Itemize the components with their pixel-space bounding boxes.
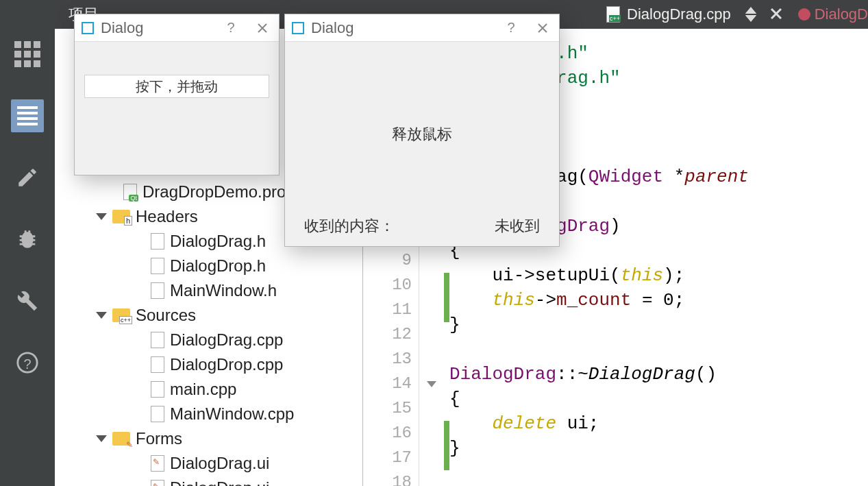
dialog-titlebar[interactable]: Dialog ?	[75, 14, 279, 42]
chevron-up-icon	[745, 7, 757, 14]
tree-item-label: main.cpp	[170, 380, 236, 399]
ui-file-icon	[151, 480, 164, 486]
open-file-name: DialogDrag.cpp	[627, 5, 731, 23]
rail-edit[interactable]	[11, 99, 44, 132]
close-icon	[537, 23, 548, 34]
close-icon	[257, 23, 268, 34]
cpp-file-icon	[151, 356, 164, 373]
expand-icon	[96, 213, 107, 220]
received-label: 收到的内容：	[304, 216, 395, 236]
close-button[interactable]	[530, 16, 555, 40]
apps-icon	[14, 41, 40, 67]
help-button[interactable]: ?	[219, 16, 243, 40]
tree-item-label: Sources	[136, 306, 196, 325]
rail-welcome[interactable]	[11, 38, 44, 71]
tree-item-label: MainWindow.h	[170, 281, 277, 300]
expand-icon	[96, 312, 107, 319]
tree-file[interactable]: DialogDrop.h	[55, 254, 363, 278]
dialog-drag[interactable]: Dialog ?	[74, 14, 280, 175]
dialog-drop[interactable]: Dialog ? 释放鼠标 收到的内容： 未收到	[284, 14, 560, 247]
cpp-file-icon	[151, 381, 164, 398]
h-file-icon	[151, 258, 164, 274]
rail-help[interactable]: ?	[11, 346, 44, 379]
cpp-file-icon	[151, 332, 164, 348]
dialog-title: Dialog	[311, 19, 492, 37]
tree-item-label: MainWindow.cpp	[170, 404, 294, 424]
open-file-tab[interactable]: DialogDrag.cpp	[599, 3, 738, 26]
drag-source-field[interactable]	[84, 75, 269, 98]
tree-item-label: DialogDrag.ui	[170, 454, 269, 473]
close-file-button[interactable]	[764, 4, 789, 25]
tab-nav-buttons[interactable]	[745, 7, 757, 22]
tree-item-label: DialogDrop.h	[170, 256, 266, 276]
h-file-icon	[151, 233, 164, 250]
tree-item-label: Forms	[136, 429, 182, 448]
tree-file[interactable]: DialogDrag.cpp	[55, 328, 363, 352]
wrench-icon	[16, 289, 39, 313]
drop-hint-label: 释放鼠标	[285, 124, 559, 145]
qt-app-icon	[82, 22, 94, 34]
dialog-titlebar[interactable]: Dialog ?	[285, 14, 559, 42]
tree-folder-sources[interactable]: Sources	[55, 303, 363, 328]
qt-app-icon	[292, 22, 304, 34]
tree-item-label: Headers	[136, 207, 198, 226]
tree-item-label: DialogDrag.h	[170, 232, 266, 251]
h-file-icon	[151, 282, 164, 299]
tree-item-label: DialogDrop.cpp	[170, 355, 283, 374]
bug-icon	[16, 228, 39, 251]
tree-file[interactable]: DialogDrag.ui	[55, 451, 363, 476]
pencil-icon	[16, 166, 39, 189]
svg-text:?: ?	[23, 356, 31, 372]
tree-file[interactable]: MainWindow.h	[55, 278, 363, 303]
locked-file-name: DialogD	[815, 5, 868, 23]
qt-pro-icon	[123, 184, 137, 200]
tree-file[interactable]: DialogDrop.ui	[55, 476, 363, 486]
rail-projects[interactable]	[11, 284, 44, 317]
cpp-file-icon	[606, 6, 620, 23]
chevron-down-icon	[745, 15, 757, 22]
tree-file[interactable]: MainWindow.cpp	[55, 402, 363, 426]
folder-icon	[112, 308, 130, 322]
received-value: 未收到	[495, 216, 540, 236]
tree-folder-forms[interactable]: Forms	[55, 426, 363, 451]
rail-debug[interactable]	[11, 223, 44, 256]
expand-icon	[96, 435, 107, 442]
tree-file[interactable]: main.cpp	[55, 377, 363, 402]
lock-icon	[798, 8, 810, 21]
tree-item-label: DialogDrop.ui	[170, 478, 269, 486]
mode-rail: ?	[0, 0, 55, 486]
locked-file-tab[interactable]: DialogD	[798, 5, 868, 23]
folder-icon	[112, 210, 130, 223]
help-icon: ?	[16, 351, 39, 374]
tree-file[interactable]: DialogDrop.cpp	[55, 352, 363, 377]
help-button[interactable]: ?	[499, 16, 523, 40]
tree-item-label: DragDropDemo.pro	[142, 182, 286, 202]
close-button[interactable]	[250, 16, 275, 40]
dialog-title: Dialog	[101, 19, 212, 37]
ui-file-icon	[151, 455, 164, 472]
fold-handle-icon[interactable]	[427, 381, 436, 387]
tree-item-label: DialogDrag.cpp	[170, 330, 283, 350]
rail-design[interactable]	[11, 161, 44, 194]
cpp-file-icon	[151, 406, 164, 422]
close-icon	[769, 7, 783, 21]
folder-icon	[112, 432, 130, 446]
edit-icon	[17, 104, 38, 128]
